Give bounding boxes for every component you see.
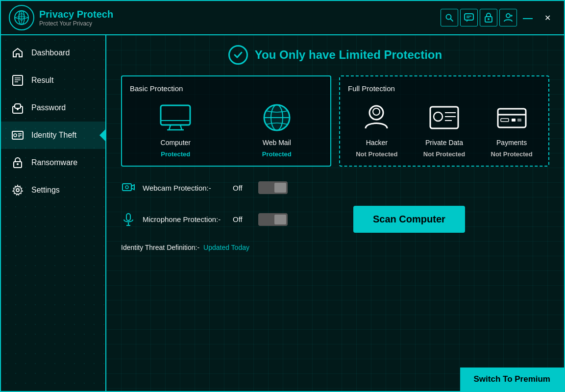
basic-protection-title: Basic Protection — [130, 84, 322, 93]
status-check-icon — [228, 45, 248, 65]
svg-point-38 — [373, 108, 380, 115]
private-data-icon — [427, 100, 461, 135]
computer-label: Computer — [161, 139, 191, 147]
app-window: Privacy Protech Protect Your Privacy — [0, 0, 565, 392]
webmail-icon — [260, 100, 294, 135]
sidebar-label-identity-theft: Identity Theft — [31, 131, 76, 140]
user-button[interactable] — [499, 9, 517, 26]
private-data-item: Private Data Not Protected — [422, 100, 466, 158]
bottom-row: Identity Threat Definition:- Updated Tod… — [121, 244, 549, 251]
payments-item: Payments Not Protected — [490, 100, 534, 158]
full-protection-card: Full Protection Hacker Not — [339, 75, 549, 167]
svg-rect-48 — [517, 119, 521, 122]
svg-point-19 — [17, 108, 19, 110]
svg-rect-44 — [498, 109, 526, 127]
sidebar-item-settings[interactable]: Settings — [1, 176, 105, 204]
svg-point-21 — [14, 134, 17, 137]
payments-label: Payments — [496, 139, 527, 147]
status-text: You Only have Limited Protection — [255, 48, 442, 62]
logo-area: Privacy Protech Protect Your Privacy — [9, 5, 113, 30]
app-title: Privacy Protech — [39, 9, 113, 20]
sidebar-item-ransomware[interactable]: Ransomware — [1, 149, 105, 176]
result-icon — [11, 74, 25, 87]
sidebar-item-identity-theft[interactable]: Identity Theft — [1, 122, 105, 149]
ransomware-icon — [11, 156, 25, 170]
scan-computer-button[interactable]: Scan Computer — [353, 206, 465, 233]
svg-rect-49 — [123, 184, 131, 191]
sidebar-label-settings: Settings — [31, 186, 60, 195]
sidebar-label-ransomware: Ransomware — [31, 158, 77, 167]
microphone-label: Microphone Protection:- — [143, 215, 226, 223]
svg-rect-28 — [161, 105, 190, 125]
lock-button[interactable] — [480, 9, 497, 26]
sidebar-item-result[interactable]: Result — [1, 67, 105, 94]
logo-icon — [9, 5, 34, 30]
protection-row: Basic Protection — [121, 75, 549, 167]
sidebar-item-dashboard[interactable]: Dashboard — [1, 39, 105, 67]
svg-rect-18 — [15, 104, 21, 108]
sidebar-item-password[interactable]: Password — [1, 94, 105, 122]
payments-icon — [494, 100, 529, 135]
webcam-toggle-row: Webcam Protection:- Off — [121, 180, 549, 195]
hacker-item: Hacker Not Protected — [355, 100, 399, 158]
search-button[interactable] — [441, 9, 458, 26]
full-protection-title: Full Protection — [348, 84, 540, 93]
microphone-icon — [121, 212, 136, 227]
switch-to-premium-button[interactable]: Switch To Premium — [460, 368, 565, 391]
settings-icon — [11, 183, 25, 197]
app-subtitle: Protect Your Privacy — [39, 20, 113, 27]
svg-point-10 — [506, 14, 510, 18]
webcam-toggle[interactable] — [258, 181, 288, 194]
threat-def-value: Updated Today — [203, 244, 249, 251]
threat-definition: Identity Threat Definition:- Updated Tod… — [121, 244, 249, 251]
sidebar-label-password: Password — [31, 103, 66, 112]
microphone-status: Off — [233, 215, 247, 223]
payments-status: Not Protected — [491, 150, 533, 158]
webmail-label: Web Mail — [263, 139, 291, 147]
svg-point-36 — [264, 105, 290, 130]
password-icon — [11, 101, 25, 115]
svg-rect-47 — [512, 119, 516, 122]
webmail-status: Protected — [262, 150, 292, 158]
sidebar-label-result: Result — [31, 76, 53, 85]
sidebar-label-dashboard: Dashboard — [31, 49, 70, 57]
webcam-label: Webcam Protection:- — [143, 184, 226, 192]
identity-icon — [11, 128, 25, 142]
full-protection-items: Hacker Not Protected — [348, 100, 540, 158]
status-banner: You Only have Limited Protection — [121, 45, 549, 65]
webcam-status: Off — [233, 184, 247, 192]
title-bar: Privacy Protech Protect Your Privacy — [1, 1, 564, 35]
svg-rect-13 — [13, 75, 23, 85]
basic-protection-card: Basic Protection — [121, 75, 331, 167]
home-icon — [11, 46, 25, 60]
microphone-toggle-row: Microphone Protection:- Off Scan Compute… — [121, 206, 549, 233]
close-button[interactable]: ✕ — [539, 9, 556, 26]
svg-rect-5 — [465, 14, 473, 20]
chat-button[interactable] — [460, 9, 478, 26]
microphone-toggle[interactable] — [258, 213, 288, 226]
hacker-icon — [360, 100, 394, 135]
private-data-status: Not Protected — [423, 150, 465, 158]
svg-point-26 — [17, 163, 19, 165]
logo-text: Privacy Protech Protect Your Privacy — [39, 9, 113, 27]
webcam-icon — [121, 180, 136, 195]
svg-rect-39 — [430, 107, 458, 128]
threat-def-label: Identity Threat Definition:- — [121, 244, 199, 251]
private-data-label: Private Data — [425, 139, 463, 147]
svg-point-40 — [434, 112, 442, 121]
minimize-button[interactable]: — — [519, 9, 537, 26]
hacker-label: Hacker — [366, 139, 388, 147]
svg-line-4 — [450, 19, 453, 21]
svg-point-27 — [16, 189, 19, 192]
svg-rect-46 — [501, 119, 509, 122]
svg-point-9 — [488, 18, 490, 20]
svg-point-50 — [125, 186, 128, 189]
toggle-section: Webcam Protection:- Off Microphone Prote… — [121, 180, 549, 233]
webmail-item: Web Mail Protected — [255, 100, 299, 158]
content-area: You Only have Limited Protection Basic P… — [106, 35, 564, 391]
svg-rect-51 — [126, 214, 130, 220]
title-bar-actions: — ✕ — [441, 9, 556, 26]
computer-item: Computer Protected — [153, 100, 197, 158]
main-layout: Dashboard Result — [1, 35, 564, 391]
basic-protection-items: Computer Protected — [130, 100, 322, 158]
